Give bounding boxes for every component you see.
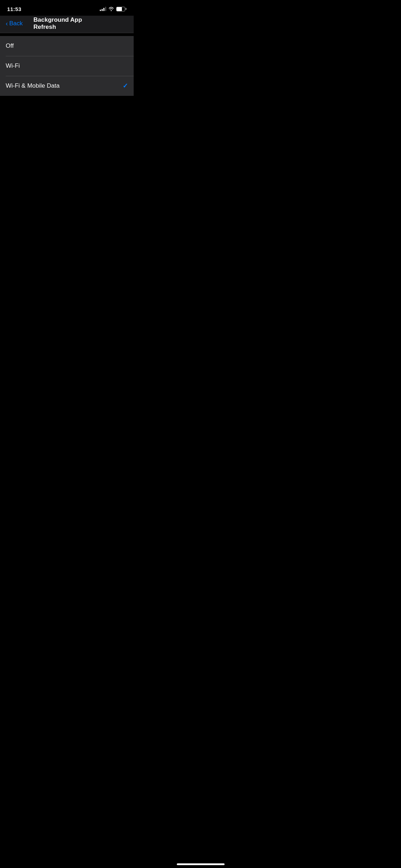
wifi-icon xyxy=(108,7,114,11)
page-title: Background App Refresh xyxy=(34,16,101,31)
nav-bar: ‹ Back Background App Refresh xyxy=(0,16,134,33)
status-time: 11:53 xyxy=(7,6,21,12)
option-wifi-label: Wi-Fi xyxy=(6,62,20,69)
back-label: Back xyxy=(9,20,23,27)
option-wifi-mobile-label: Wi-Fi & Mobile Data xyxy=(6,82,60,89)
option-wifi[interactable]: Wi-Fi xyxy=(0,56,134,76)
back-chevron-icon: ‹ xyxy=(6,20,8,27)
option-off[interactable]: Off xyxy=(0,36,134,56)
back-button[interactable]: ‹ Back xyxy=(6,19,23,29)
status-bar: 11:53 xyxy=(0,0,134,16)
options-list: Off Wi-Fi Wi-Fi & Mobile Data ✓ xyxy=(0,36,134,96)
signal-icon xyxy=(100,7,106,11)
battery-icon xyxy=(116,7,127,11)
status-icons xyxy=(100,7,127,11)
option-wifi-mobile[interactable]: Wi-Fi & Mobile Data ✓ xyxy=(0,76,134,96)
option-off-label: Off xyxy=(6,42,14,50)
checkmark-icon: ✓ xyxy=(123,82,128,90)
nav-separator xyxy=(0,33,134,36)
